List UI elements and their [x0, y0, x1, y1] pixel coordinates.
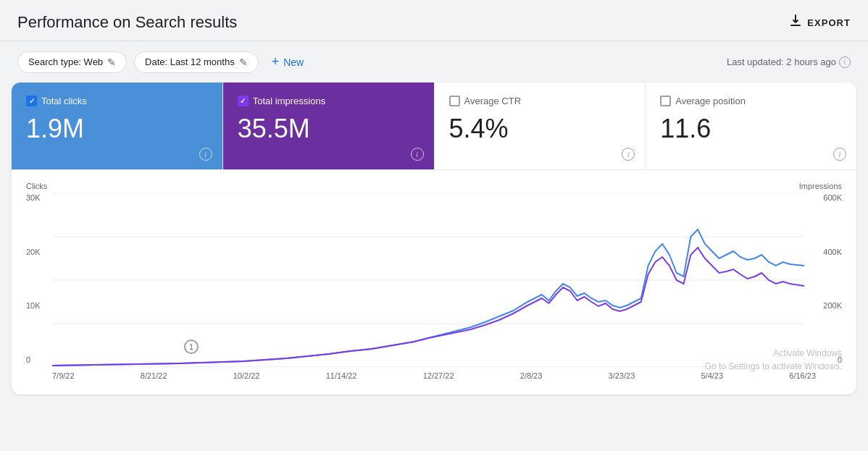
x-label-0: 7/9/22 — [52, 371, 75, 380]
average-position-value: 11.6 — [660, 114, 842, 144]
date-edit-icon: ✎ — [239, 56, 248, 68]
x-label-5: 2/8/23 — [520, 371, 543, 380]
chart-wrapper: 30K 20K 10K 0 — [26, 193, 842, 367]
right-axis-label: Impressions — [799, 182, 842, 190]
annotation-dot[interactable]: 1 — [184, 340, 199, 354]
total-impressions-value: 35.5M — [238, 114, 420, 144]
left-y-axis: 30K 20K 10K 0 — [26, 193, 52, 367]
search-type-edit-icon: ✎ — [107, 56, 116, 68]
total-clicks-value: 1.9M — [26, 114, 208, 144]
new-button[interactable]: + New — [266, 50, 310, 74]
metric-average-position[interactable]: Average position 11.6 i — [646, 83, 856, 169]
left-y-20k: 20K — [26, 248, 52, 256]
metrics-chart-card: ✓ Total clicks 1.9M i ✓ Total impression… — [12, 83, 856, 395]
page-header: Performance on Search results EXPORT — [0, 0, 868, 41]
average-ctr-info-icon[interactable]: i — [622, 148, 635, 161]
x-label-3: 11/14/22 — [326, 371, 357, 380]
date-label: Date: Last 12 months — [145, 56, 235, 67]
average-position-label: Average position — [675, 96, 746, 106]
chart-svg — [52, 193, 804, 367]
total-clicks-checkbox[interactable]: ✓ — [26, 96, 37, 106]
blue-line — [52, 229, 804, 366]
x-label-4: 12/27/22 — [423, 371, 454, 380]
chart-area: Clicks Impressions 30K 20K 10K 0 — [12, 170, 856, 395]
metric-total-clicks[interactable]: ✓ Total clicks 1.9M i — [12, 83, 223, 169]
page-wrapper: Performance on Search results EXPORT Sea… — [0, 0, 868, 451]
total-clicks-info-icon[interactable]: i — [199, 148, 212, 161]
main-content: ✓ Total clicks 1.9M i ✓ Total impression… — [0, 83, 868, 406]
left-y-30k: 30K — [26, 193, 52, 202]
plus-icon: + — [272, 54, 280, 69]
search-type-label: Search type: Web — [28, 56, 103, 67]
left-axis-label: Clicks — [26, 182, 47, 190]
svg-rect-0 — [790, 25, 801, 26]
metrics-row: ✓ Total clicks 1.9M i ✓ Total impression… — [12, 83, 856, 170]
filters-row: Search type: Web ✎ Date: Last 12 months … — [0, 41, 868, 83]
total-clicks-label: Total clicks — [41, 96, 87, 106]
right-y-600k: 600K — [823, 193, 842, 202]
metric-total-impressions[interactable]: ✓ Total impressions 35.5M i — [223, 83, 435, 169]
right-y-axis: 600K 400K 200K 0 — [804, 193, 842, 367]
date-filter[interactable]: Date: Last 12 months ✎ — [134, 51, 259, 73]
average-position-checkbox[interactable] — [660, 96, 671, 106]
average-ctr-value: 5.4% — [449, 114, 631, 144]
export-label: EXPORT — [807, 17, 851, 28]
page-title: Performance on Search results — [17, 13, 237, 32]
watermark-line1: Activate Windows — [705, 347, 842, 360]
average-ctr-label: Average CTR — [464, 96, 522, 106]
new-label: New — [283, 56, 304, 68]
average-ctr-checkbox[interactable] — [449, 96, 460, 106]
last-updated-text: Last updated: 2 hours ago — [727, 56, 836, 67]
metric-average-ctr[interactable]: Average CTR 5.4% i — [435, 83, 646, 169]
total-impressions-checkbox[interactable]: ✓ — [238, 96, 249, 106]
filters-left: Search type: Web ✎ Date: Last 12 months … — [17, 50, 309, 74]
watermark: Activate Windows Go to Settings to activ… — [705, 347, 842, 373]
left-y-10k: 10K — [26, 301, 52, 310]
watermark-line2: Go to Settings to activate Windows. — [705, 360, 842, 373]
export-button[interactable]: EXPORT — [788, 14, 851, 32]
average-position-info-icon[interactable]: i — [833, 148, 846, 161]
total-impressions-label: Total impressions — [253, 96, 325, 106]
search-type-filter[interactable]: Search type: Web ✎ — [17, 51, 127, 73]
right-y-200k: 200K — [823, 301, 842, 310]
export-icon — [788, 14, 803, 32]
chart-inner: 1 — [52, 193, 804, 367]
total-impressions-info-icon[interactable]: i — [411, 148, 424, 161]
x-label-6: 3/23/23 — [609, 371, 635, 380]
x-label-2: 10/2/22 — [233, 371, 260, 380]
x-label-1: 8/21/22 — [141, 371, 167, 380]
last-updated: Last updated: 2 hours ago i — [727, 56, 851, 68]
last-updated-info-icon[interactable]: i — [839, 56, 851, 68]
annotation-label: 1 — [189, 343, 193, 351]
right-y-400k: 400K — [823, 248, 842, 256]
purple-line — [52, 248, 804, 366]
left-y-0: 0 — [26, 355, 52, 364]
